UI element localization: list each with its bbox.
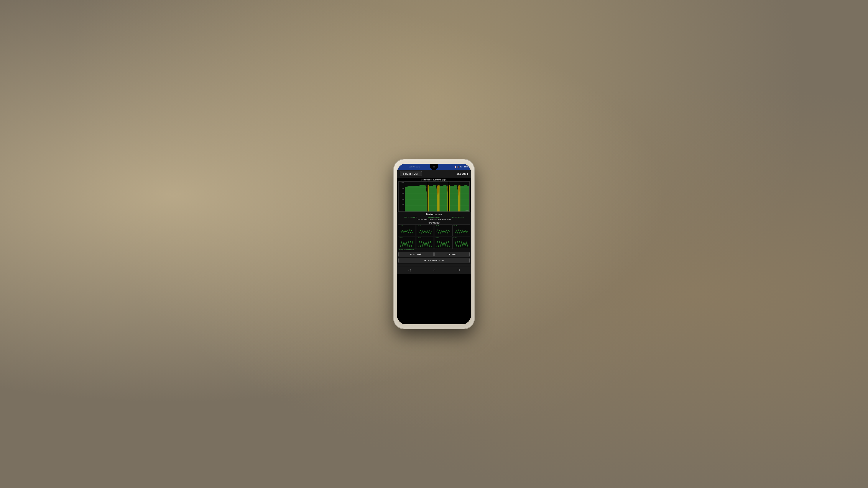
svg-rect-7 — [427, 185, 429, 212]
cpu-graph-2 — [434, 228, 452, 236]
cpu-grid: 1.70GHz 1.70GHz — [397, 225, 471, 249]
app-content: START TEST 15:00:1 performance over time… — [397, 170, 471, 274]
min-stat: Min 116,749GIPS — [452, 217, 464, 218]
y-axis: 100% 80% 60% 40% 20% 0 — [399, 182, 405, 212]
cpu-freq-4: 1.800GHz — [399, 237, 404, 238]
cpu-freq-5: 1.800GHz — [417, 237, 422, 238]
camera-notch — [430, 164, 438, 170]
graph-title: performance over time graph — [398, 179, 470, 181]
y-label-100: 100% — [399, 182, 404, 183]
cpu-cell-3: 1.70GHz — [453, 225, 470, 236]
y-label-60: 60% — [399, 193, 404, 194]
performance-title: Performance — [399, 213, 469, 216]
home-button[interactable]: ○ — [433, 268, 435, 272]
y-label-0: 0 — [399, 210, 404, 211]
throttle-text: CPU throttled to 69% of its max performa… — [399, 219, 469, 220]
cpu-graph-4 — [398, 240, 415, 249]
recent-button[interactable]: □ — [458, 268, 460, 272]
cpu-cell-1: 1.70GHz — [416, 225, 434, 236]
y-label-20: 20% — [399, 204, 404, 205]
cpu-freq-7: 2.42GHz — [453, 237, 458, 238]
button-row-1: TEST JAVA/C OPTIONS — [398, 252, 470, 257]
top-bar: START TEST 15:00:1 — [397, 170, 471, 178]
svg-rect-9 — [447, 185, 450, 212]
cpu-cell-5: 1.800GHz — [416, 237, 434, 249]
cpu-graph-3 — [453, 228, 470, 236]
spacer — [397, 264, 471, 266]
cpu-monitor-title: CPU Monitor — [397, 222, 471, 224]
cpu-cell-4: 1.800GHz — [398, 237, 416, 249]
button-row-2: HELP/INSTRUCTIONS — [398, 258, 470, 263]
cpu-graph-6 — [434, 240, 452, 249]
back-button[interactable]: ◁ — [408, 268, 411, 272]
svg-text:time(interval 2min): time(interval 2min) — [465, 210, 469, 212]
max-cpu-label: MAX CPU CLOCK:2.60GHz — [397, 249, 471, 251]
alarm-icon: ⏰ — [454, 166, 456, 168]
cpu-graph-7 — [453, 240, 470, 249]
time-label: 12:30 — [464, 166, 468, 168]
cpu-freq-1: 1.70GHz — [417, 225, 421, 226]
timer-display: 15:00:1 — [456, 172, 468, 175]
cpu-freq-0: 1.70GHz — [399, 225, 403, 226]
cpu-graph-1 — [416, 228, 434, 236]
avg-stat: Avg 148,683GIPS — [428, 217, 440, 218]
vibrate-icon: 📳 — [457, 166, 459, 168]
graph-container: performance over time graph 100% 80% 60%… — [397, 178, 471, 212]
cpu-cell-6: 2.42GHz — [434, 237, 452, 249]
performance-stats: Max 171,690GIPS Avg 148,683GIPS Min 116,… — [399, 217, 469, 218]
bottom-buttons: TEST JAVA/C OPTIONS HELP/INSTRUCTIONS — [397, 251, 471, 264]
cpu-freq-6: 2.42GHz — [435, 237, 439, 238]
navigation-bar: ◁ ○ □ — [397, 266, 471, 274]
cpu-graph-5 — [416, 240, 434, 249]
cpu-freq-3: 1.70GHz — [453, 225, 458, 226]
phone-device: Нет SIM-карты ⏰ 📳 81% 12:30 START TEST 1… — [394, 159, 474, 329]
start-test-button[interactable]: START TEST — [400, 171, 422, 176]
max-stat: Max 171,690GIPS — [404, 217, 417, 218]
help-instructions-button[interactable]: HELP/INSTRUCTIONS — [398, 258, 470, 263]
cpu-freq-2: 1.70GHz — [435, 225, 439, 226]
y-label-80: 80% — [399, 188, 404, 189]
cpu-cell-0: 1.70GHz — [398, 225, 416, 236]
battery-label: 81% — [460, 166, 463, 168]
phone-screen: Нет SIM-карты ⏰ 📳 81% 12:30 START TEST 1… — [397, 164, 471, 324]
cpu-monitor: CPU Monitor 1.70GHz 1.70GHz — [397, 221, 471, 251]
svg-rect-8 — [437, 185, 440, 212]
performance-graph-svg: time(interval 2min) — [405, 182, 469, 212]
status-icons: ⏰ 📳 81% 12:30 — [454, 166, 468, 168]
carrier-label: Нет SIM-карты — [408, 166, 420, 168]
graph-area: 100% 80% 60% 40% 20% 0 — [398, 181, 470, 212]
cpu-graph-0 — [398, 228, 415, 236]
cpu-cell-2: 1.70GHz — [434, 225, 452, 236]
performance-section: Performance Max 171,690GIPS Avg 148,683G… — [397, 212, 471, 221]
y-label-40: 40% — [399, 199, 404, 200]
test-java-c-button[interactable]: TEST JAVA/C — [398, 252, 434, 257]
front-camera — [433, 166, 435, 168]
options-button[interactable]: OPTIONS — [434, 252, 470, 257]
cpu-cell-7: 2.42GHz — [453, 237, 470, 249]
